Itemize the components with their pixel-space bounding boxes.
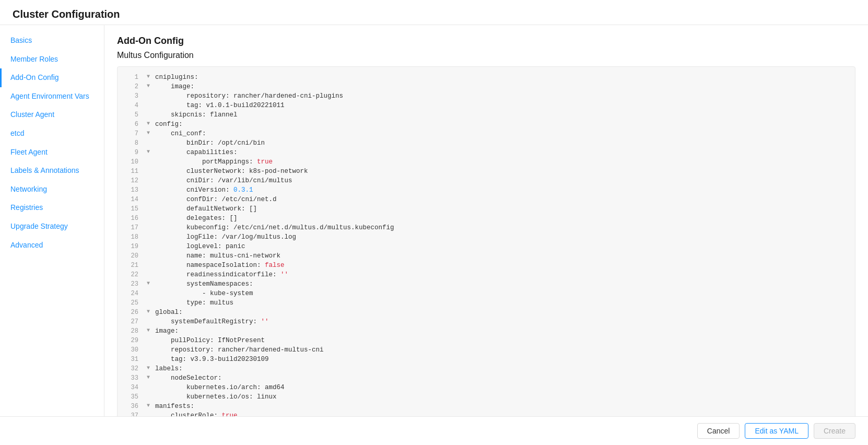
line-content: cniplugins:: [155, 74, 849, 81]
line-content: image:: [155, 327, 849, 335]
content-area: Add-On Config Multus Configuration 1▼cni…: [104, 25, 868, 416]
line-content: kubernetes.io/os: linux: [155, 393, 849, 401]
line-number: 13: [124, 186, 138, 194]
line-number: 30: [124, 346, 138, 354]
code-line: 31 tag: v3.9.3-build20230109: [118, 355, 855, 365]
line-content: binDir: /opt/cni/bin: [155, 139, 849, 147]
code-line: 20 name: multus-cni-network: [118, 252, 855, 261]
line-toggle[interactable]: ▼: [147, 327, 153, 333]
line-content: portMappings: true: [155, 158, 849, 166]
line-number: 19: [124, 243, 138, 250]
line-content: capabilities:: [155, 149, 849, 156]
line-content: defaultNetwork: []: [155, 205, 849, 213]
code-line: 27 systemDefaultRegistry: '': [118, 318, 855, 327]
line-number: 2: [124, 83, 138, 90]
line-content: clusterRole: true: [155, 412, 849, 416]
code-line: 26▼global:: [118, 308, 855, 318]
code-line: 4 tag: v1.0.1-build20221011: [118, 101, 855, 111]
sidebar-item-basics[interactable]: Basics: [0, 31, 104, 50]
code-line: 14 confDir: /etc/cni/net.d: [118, 195, 855, 205]
line-number: 9: [124, 149, 138, 156]
page-wrapper: Cluster Configuration BasicsMember Roles…: [0, 0, 868, 445]
line-number: 28: [124, 327, 138, 335]
code-line: 21 namespaceIsolation: false: [118, 261, 855, 271]
edit-yaml-button[interactable]: Edit as YAML: [745, 423, 808, 439]
code-line: 7▼ cni_conf:: [118, 130, 855, 139]
code-line: 29 pullPolicy: IfNotPresent: [118, 336, 855, 346]
line-content: repository: rancher/hardened-multus-cni: [155, 346, 849, 354]
line-toggle[interactable]: ▼: [147, 83, 153, 89]
line-number: 31: [124, 356, 138, 363]
code-line: 9▼ capabilities:: [118, 148, 855, 158]
line-number: 18: [124, 233, 138, 241]
code-line: 6▼config:: [118, 120, 855, 130]
line-number: 37: [124, 412, 138, 416]
line-number: 15: [124, 205, 138, 213]
line-toggle[interactable]: ▼: [147, 130, 153, 136]
line-content: name: multus-cni-network: [155, 252, 849, 260]
code-line: 22 readinessindicatorfile: '': [118, 271, 855, 280]
line-content: image:: [155, 83, 849, 90]
line-content: tag: v1.0.1-build20221011: [155, 102, 849, 109]
section-title: Add-On Config: [117, 36, 855, 46]
line-number: 20: [124, 252, 138, 260]
line-toggle[interactable]: ▼: [147, 149, 153, 155]
code-line: 24 - kube-system: [118, 289, 855, 299]
line-number: 35: [124, 393, 138, 401]
line-content: tag: v3.9.3-build20230109: [155, 356, 849, 363]
line-number: 27: [124, 318, 138, 325]
line-number: 22: [124, 271, 138, 278]
code-line: 10 portMappings: true: [118, 158, 855, 167]
code-line: 25 type: multus: [118, 299, 855, 308]
line-toggle[interactable]: ▼: [147, 74, 153, 79]
sidebar-item-networking[interactable]: Networking: [0, 180, 104, 199]
line-toggle[interactable]: ▼: [147, 121, 153, 126]
sidebar-item-advanced[interactable]: Advanced: [0, 236, 104, 255]
sidebar-item-registries[interactable]: Registries: [0, 198, 104, 217]
line-content: namespaceIsolation: false: [155, 262, 849, 269]
line-content: - kube-system: [155, 290, 849, 297]
line-content: config:: [155, 121, 849, 128]
line-number: 23: [124, 280, 138, 288]
sidebar-item-member-roles[interactable]: Member Roles: [0, 50, 104, 69]
line-content: delegates: []: [155, 215, 849, 222]
sidebar-item-cluster-agent[interactable]: Cluster Agent: [0, 106, 104, 124]
line-number: 11: [124, 168, 138, 175]
sidebar-item-agent-environment-vars[interactable]: Agent Environment Vars: [0, 87, 104, 106]
line-number: 6: [124, 121, 138, 128]
line-number: 32: [124, 365, 138, 372]
cancel-button[interactable]: Cancel: [697, 423, 740, 439]
sidebar-item-fleet-agent[interactable]: Fleet Agent: [0, 143, 104, 162]
sidebar-item-etcd[interactable]: etcd: [0, 124, 104, 143]
line-number: 8: [124, 139, 138, 147]
code-line: 11 clusterNetwork: k8s-pod-network: [118, 167, 855, 177]
code-line: 36▼manifests:: [118, 402, 855, 412]
create-button[interactable]: Create: [814, 423, 855, 439]
line-content: nodeSelector:: [155, 374, 849, 382]
line-number: 24: [124, 290, 138, 297]
line-content: confDir: /etc/cni/net.d: [155, 196, 849, 203]
line-number: 12: [124, 177, 138, 184]
line-content: type: multus: [155, 299, 849, 307]
code-block: 1▼cniplugins:2▼ image:3 repository: ranc…: [117, 66, 855, 416]
sidebar-item-add-on-config[interactable]: Add-On Config: [0, 68, 104, 87]
code-line: 28▼image:: [118, 327, 855, 336]
line-content: logLevel: panic: [155, 243, 849, 250]
code-line: 30 repository: rancher/hardened-multus-c…: [118, 346, 855, 355]
subsection-title: Multus Configuration: [117, 51, 855, 60]
code-line: 1▼cniplugins:: [118, 73, 855, 83]
code-line: 35 kubernetes.io/os: linux: [118, 393, 855, 402]
line-toggle[interactable]: ▼: [147, 374, 153, 380]
main-layout: BasicsMember RolesAdd-On ConfigAgent Env…: [0, 25, 868, 416]
line-number: 21: [124, 262, 138, 269]
line-toggle[interactable]: ▼: [147, 280, 153, 286]
code-line: 34 kubernetes.io/arch: amd64: [118, 383, 855, 393]
code-line: 2▼ image:: [118, 83, 855, 92]
line-number: 29: [124, 337, 138, 344]
sidebar-item-upgrade-strategy[interactable]: Upgrade Strategy: [0, 217, 104, 236]
sidebar-item-labels-annotations[interactable]: Labels & Annotations: [0, 161, 104, 180]
line-toggle[interactable]: ▼: [147, 365, 153, 371]
line-toggle[interactable]: ▼: [147, 309, 153, 314]
line-number: 3: [124, 92, 138, 100]
line-toggle[interactable]: ▼: [147, 403, 153, 408]
